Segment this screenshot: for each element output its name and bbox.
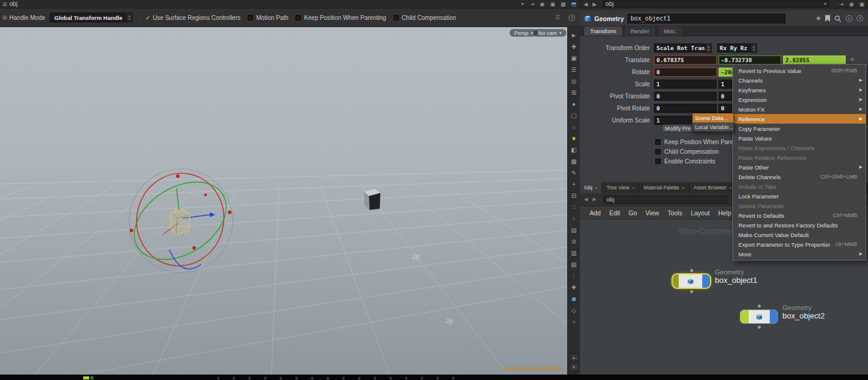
child-compensation-label[interactable]: Child Compensation bbox=[402, 14, 456, 21]
node-flag-left[interactable] bbox=[673, 274, 679, 288]
node-display-flag[interactable] bbox=[702, 274, 710, 288]
context-menu-item[interactable]: Include in Take ▶ bbox=[733, 182, 866, 191]
node-output-connector[interactable] bbox=[690, 290, 693, 293]
dots-icon[interactable]: ⋮ bbox=[568, 270, 580, 282]
box-icon[interactable]: ▧ bbox=[568, 259, 580, 270]
handles-icon[interactable]: ✚ bbox=[568, 41, 580, 52]
network-node[interactable]: Geometry box_object1 bbox=[673, 274, 793, 299]
scene-viewport[interactable]: 10 20 bbox=[0, 27, 567, 375]
child-compensation-param-checkbox[interactable] bbox=[655, 149, 661, 154]
panel-icon[interactable]: ▣ bbox=[859, 1, 864, 7]
select-arrow-icon[interactable]: ► bbox=[568, 30, 580, 41]
network-menu-item[interactable]: Go bbox=[629, 209, 637, 217]
context-menu-item[interactable]: Revert to Previous Value Shift+RMB ▶ bbox=[733, 66, 866, 75]
forward-icon[interactable]: ▶ bbox=[593, 197, 596, 202]
context-menu-item[interactable]: Reference ▶ bbox=[733, 114, 866, 124]
spare-parameter-icon[interactable]: ✳ bbox=[850, 57, 855, 63]
context-menu-item[interactable]: Delete Channels Ctrl+Shift+LMB ▶ bbox=[733, 172, 866, 182]
node-input-connector[interactable] bbox=[690, 269, 693, 272]
box-geometry[interactable] bbox=[364, 189, 380, 210]
menu-icon[interactable]: ☰ bbox=[555, 14, 560, 21]
diamond-icon[interactable]: ◇ bbox=[568, 305, 580, 316]
context-path-dropdown[interactable]: obj ▾ bbox=[603, 1, 829, 7]
network-menu-item[interactable]: View bbox=[646, 209, 659, 217]
shade-icon[interactable]: ◧ bbox=[568, 144, 580, 156]
gear-icon[interactable]: ✳ bbox=[816, 15, 821, 22]
node-flag-left[interactable] bbox=[740, 310, 749, 323]
rotate-order-spinner[interactable]: ▲▼ bbox=[751, 43, 757, 53]
context-menu-item[interactable]: Channels ▶ bbox=[733, 75, 866, 85]
lock-icon[interactable]: ▣ bbox=[568, 52, 580, 64]
camera-icon[interactable]: ▢ bbox=[568, 110, 580, 121]
context-menu-item[interactable]: Copy Parameter ▶ bbox=[733, 124, 866, 133]
pivot-rotate-x-field[interactable]: 0 bbox=[654, 104, 717, 113]
submenu-item[interactable]: Scene Data... bbox=[693, 113, 734, 122]
motion-path-label[interactable]: Motion Path bbox=[256, 14, 288, 21]
param-tab[interactable]: Transform bbox=[583, 26, 623, 36]
network-path-field[interactable]: obj bbox=[603, 195, 728, 204]
context-menu-item[interactable]: Revert to Defaults Ctrl+MMB ▶ bbox=[733, 211, 866, 220]
close-icon[interactable]: × bbox=[595, 185, 598, 191]
network-menu-item[interactable]: Help bbox=[718, 209, 731, 217]
search-icon[interactable] bbox=[834, 15, 841, 22]
cells-icon[interactable]: ▦ bbox=[561, 1, 566, 7]
normals-icon[interactable]: ↑ bbox=[568, 213, 580, 224]
context-menu-item[interactable]: Paste Expressions / Channels ▶ bbox=[733, 143, 866, 153]
network-menu-item[interactable]: Layout bbox=[691, 209, 710, 217]
submenu-item[interactable]: Local Variable... bbox=[693, 122, 734, 131]
circle-icon[interactable]: ○ bbox=[568, 316, 580, 328]
motion-path-checkbox[interactable] bbox=[248, 15, 253, 21]
scale-x-field[interactable]: 1 bbox=[654, 80, 717, 89]
layers-icon[interactable]: ▥ bbox=[568, 247, 580, 259]
pivot-box[interactable] bbox=[170, 209, 190, 235]
rotate-order-dropdown[interactable]: Rx Ry Rz bbox=[717, 43, 751, 52]
monitor-icon[interactable]: ⬒ bbox=[571, 1, 576, 7]
network-menu-item[interactable]: Tools bbox=[667, 209, 682, 217]
keep-position-label[interactable]: Keep Position When Parenting bbox=[304, 14, 386, 21]
node-name-label[interactable]: box_object2 bbox=[782, 311, 825, 320]
context-menu-item[interactable]: Paste Relative References ▶ bbox=[733, 153, 866, 162]
close-icon[interactable]: × bbox=[632, 185, 635, 191]
target-icon[interactable]: ◉ bbox=[849, 1, 854, 7]
scroll-down-icon[interactable]: ▼ bbox=[570, 363, 579, 371]
enable-constraints-param-checkbox[interactable] bbox=[655, 159, 661, 164]
context-menu-item[interactable]: Revert to and Restore Factory Defaults ▶ bbox=[733, 220, 866, 230]
chevron-down-icon[interactable]: ▾ bbox=[824, 1, 826, 7]
camera-menu-button[interactable]: No cam ▾ bbox=[533, 29, 567, 37]
plus-icon[interactable]: ✚ bbox=[568, 282, 580, 293]
param-tab[interactable]: Render bbox=[624, 26, 656, 36]
pane-tab[interactable]: /obj × bbox=[580, 182, 602, 193]
transform-order-dropdown[interactable]: Scale Rot Trans bbox=[654, 43, 706, 52]
context-menu-item[interactable]: Make Current Value Default ▶ bbox=[733, 230, 866, 239]
context-menu-item[interactable]: Unlock Parameter ▶ bbox=[733, 201, 866, 211]
context-menu-item[interactable]: Keyframes ▶ bbox=[733, 85, 866, 95]
points-icon[interactable]: ∷ bbox=[568, 201, 580, 213]
ruler-icon[interactable]: ⊟ bbox=[568, 190, 580, 201]
context-menu-item[interactable]: Expression ▶ bbox=[733, 95, 866, 104]
translate-x-field[interactable]: 0.678375 bbox=[654, 55, 717, 65]
pin-icon[interactable]: ⇥ bbox=[530, 1, 535, 7]
translate-y-field[interactable]: -0.732738 bbox=[719, 55, 781, 65]
back-icon[interactable]: ◀ bbox=[584, 197, 588, 202]
translate-z-field[interactable]: 2.82855 bbox=[783, 55, 846, 65]
keep-position-param-checkbox[interactable] bbox=[655, 139, 661, 145]
snap-icon[interactable]: ⊞ bbox=[568, 87, 580, 98]
panel-icon[interactable]: ▣ bbox=[550, 1, 555, 7]
child-compensation-checkbox[interactable] bbox=[394, 15, 399, 21]
transform-order-spinner[interactable]: ▲▼ bbox=[706, 43, 712, 53]
view-sphere-icon[interactable]: ● bbox=[568, 98, 580, 110]
help-icon[interactable]: ? bbox=[857, 15, 863, 22]
context-menu-item[interactable]: Paste Other ▶ bbox=[733, 162, 866, 172]
pen-icon[interactable]: ✎ bbox=[568, 167, 580, 179]
help-icon[interactable]: ? bbox=[568, 14, 575, 21]
hide-icon[interactable]: ⊘ bbox=[568, 236, 580, 247]
pin-icon[interactable]: ⇥ bbox=[839, 1, 844, 7]
surface-regions-toggle[interactable]: Use Surface Regions Controllers bbox=[153, 14, 241, 21]
network-menu-item[interactable]: Edit bbox=[609, 209, 620, 217]
node-output-connector[interactable] bbox=[758, 326, 761, 329]
bookmark-icon[interactable] bbox=[825, 15, 830, 22]
pane-tab[interactable]: Tree View × bbox=[602, 182, 639, 193]
scroll-up-icon[interactable]: ▲ bbox=[570, 353, 579, 361]
network-node[interactable]: Geometry box_object2 bbox=[740, 310, 861, 334]
context-menu-item[interactable]: Lock Parameter ▶ bbox=[733, 191, 866, 201]
